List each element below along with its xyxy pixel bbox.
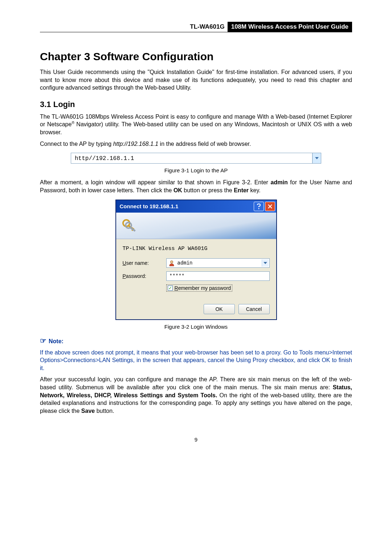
keys-icon xyxy=(121,217,138,234)
user-icon xyxy=(168,260,175,268)
text: button or press the xyxy=(182,187,234,193)
username-label: User name: xyxy=(123,260,166,266)
chapter-title: Chapter 3 Software Configuration xyxy=(40,50,352,63)
text-bold: Enter xyxy=(234,187,249,193)
password-label: Password: xyxy=(123,273,166,279)
remember-password-checkbox[interactable]: ✓ xyxy=(168,286,173,291)
doc-header: TL-WA601G 108M Wireless Access Point Use… xyxy=(40,22,352,32)
figure-3-2: Connect to 192.168.1.1 xyxy=(115,200,277,320)
text-bold: Save xyxy=(81,408,95,414)
close-button[interactable] xyxy=(265,202,275,211)
reg-mark: ® xyxy=(72,121,74,125)
text: emember my password xyxy=(178,285,231,291)
model-number: TL-WA601G xyxy=(187,22,227,32)
chevron-down-icon xyxy=(315,157,319,159)
password-row: Password: ***** xyxy=(123,271,270,281)
svg-point-0 xyxy=(258,208,259,209)
text-bold: OK xyxy=(173,187,182,193)
section-3-1-p1: The TL-WA601G 108Mbps Wireless Access Po… xyxy=(40,113,352,136)
username-value: admin xyxy=(177,260,193,266)
dialog-button-row: OK Cancel xyxy=(123,304,270,314)
remember-password-row[interactable]: ✓ Remember my password xyxy=(166,284,233,292)
text-ul: R xyxy=(175,285,178,291)
text: key. xyxy=(249,187,261,193)
url-text: http://192.168.1.1 xyxy=(113,141,159,147)
ok-button[interactable]: OK xyxy=(204,304,235,314)
address-bar[interactable]: http//192.168.1.1 xyxy=(71,153,321,164)
remember-password-label: Remember my password xyxy=(175,285,231,291)
text-bold: admin xyxy=(271,179,288,185)
after-fig1-paragraph: After a moment, a login window will appe… xyxy=(40,178,352,194)
check-icon: ✓ xyxy=(168,286,172,290)
text: assword: xyxy=(126,273,146,279)
text: in the address field of web browser. xyxy=(158,141,251,147)
pointing-hand-icon: ☞ xyxy=(40,337,46,345)
help-button[interactable] xyxy=(254,202,264,211)
page-number: 9 xyxy=(40,436,352,443)
help-icon xyxy=(256,204,261,209)
address-dropdown-button[interactable] xyxy=(313,153,321,163)
last-paragraph: After your successful login, you can con… xyxy=(40,376,352,415)
text: After your successful login, you can con… xyxy=(40,376,352,390)
figure-3-1-caption: Figure 3-1 Login to the AP xyxy=(40,167,352,173)
connection-name: TP-LINK Wireless AP WA601G xyxy=(123,246,270,252)
text: After a moment, a login window will appe… xyxy=(40,179,271,185)
password-input[interactable]: ***** xyxy=(166,271,270,281)
dialog-banner xyxy=(116,213,276,239)
chapter-intro: This User Guide recommends using the "Qu… xyxy=(40,68,352,92)
username-dropdown-button[interactable] xyxy=(262,259,269,267)
section-3-1-heading: 3.1 Login xyxy=(40,100,352,109)
text-ul: U xyxy=(123,260,126,266)
figure-3-2-caption: Figure 3-2 Login Windows xyxy=(40,324,352,330)
note-heading: ☞Note: xyxy=(40,336,352,345)
doc-title: 108M Wireless Access Point User Guide xyxy=(228,22,352,32)
svg-point-6 xyxy=(170,260,173,263)
text-ul: P xyxy=(123,273,126,279)
address-input[interactable]: http//192.168.1.1 xyxy=(71,153,313,163)
close-icon xyxy=(268,204,273,209)
figure-3-1: http//192.168.1.1 xyxy=(71,153,321,164)
username-row: User name: admin xyxy=(123,258,270,268)
section-3-1-p2: Connect to the AP by typing http://192.1… xyxy=(40,140,352,148)
dialog-title: Connect to 192.168.1.1 xyxy=(120,203,254,209)
chevron-down-icon xyxy=(264,262,267,264)
text: Connect to the AP by typing xyxy=(40,141,113,147)
username-input[interactable]: admin xyxy=(166,258,270,268)
text: button. xyxy=(95,408,114,414)
note-label: Note: xyxy=(49,338,64,344)
password-value: ***** xyxy=(170,273,185,279)
note-body: If the above screen does not prompt, it … xyxy=(40,349,352,372)
dialog-titlebar: Connect to 192.168.1.1 xyxy=(116,200,276,213)
cancel-button[interactable]: Cancel xyxy=(238,304,270,314)
dialog-body: TP-LINK Wireless AP WA601G User name: ad… xyxy=(116,239,276,319)
login-dialog: Connect to 192.168.1.1 xyxy=(115,200,277,320)
text: Navigator) utility. The Web-based utilit… xyxy=(40,122,352,136)
text: ser name: xyxy=(126,260,149,266)
